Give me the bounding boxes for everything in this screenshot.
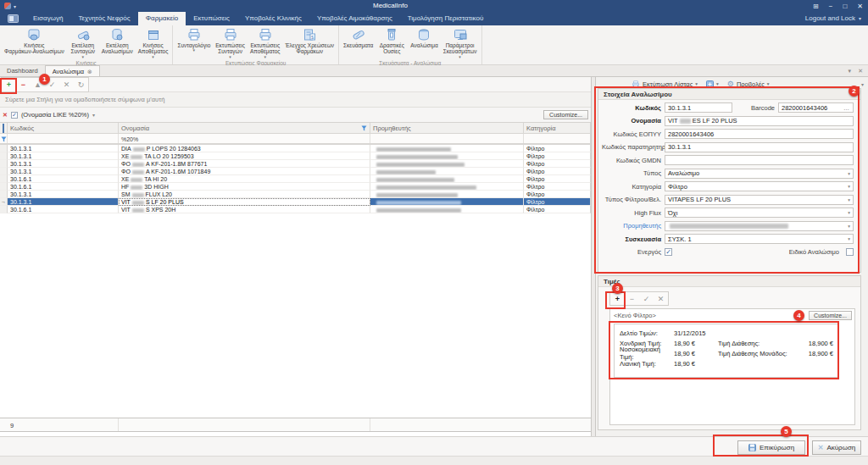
group-by-panel[interactable]: Σύρετε μια Στήλη για να ομαδοποιήσετε σύ… xyxy=(0,92,591,108)
fullscreen-button[interactable]: ⊞ xyxy=(813,3,819,10)
analosima-button[interactable]: Αναλώσιμα xyxy=(408,26,440,49)
filter-expression[interactable]: (Ονομασία LIKE %20%) xyxy=(21,111,89,119)
cell-supplier[interactable] xyxy=(370,175,524,183)
delete-record-button[interactable]: − xyxy=(16,78,31,91)
ektelesi-syntagon-button[interactable]: Εκτέλεση Συνταγών ▾ xyxy=(67,26,99,59)
highflux-combobox[interactable]: Όχι▾ xyxy=(665,208,854,218)
print-list-button[interactable]: Εκτύπωση Λίστας ▾ xyxy=(632,80,698,88)
cell-name[interactable]: XETA HI 20 xyxy=(119,175,370,183)
refresh-button[interactable]: ↻ xyxy=(74,78,88,91)
special-consumable-checkbox[interactable] xyxy=(846,248,854,256)
cell-name[interactable]: ΦΟA KF-201-1.8M 877671 xyxy=(119,160,370,168)
cell-category[interactable]: Φίλτρο xyxy=(524,198,591,206)
kiniseis-farmakon-analosimon-button[interactable]: Κινήσεις Φαρμάκων-Αναλωσίμων xyxy=(2,26,67,56)
type-combobox[interactable]: Αναλώσιμο▾ xyxy=(665,169,854,179)
cell-code[interactable]: 30.1.6.1 xyxy=(8,206,119,213)
cell-category[interactable]: Φίλτρο xyxy=(524,206,591,213)
export-button[interactable]: ▾ xyxy=(706,80,719,88)
supplier-link-label[interactable]: Προμηθευτής xyxy=(602,222,661,230)
barcode-input[interactable]: 2820001643406… xyxy=(778,102,854,113)
quick-access-caret-icon[interactable]: ▾ xyxy=(14,3,16,9)
category-combobox[interactable]: Φίλτρο▾ xyxy=(665,181,854,191)
combo-caret-icon[interactable]: ▾ xyxy=(848,171,850,176)
cell-supplier[interactable] xyxy=(370,152,524,160)
drastikes-ousies-button[interactable]: Δραστικές Ουσίες xyxy=(376,26,408,56)
cell-category[interactable]: Φίλτρο xyxy=(524,175,591,183)
ektyposeis-syntagon-button[interactable]: Εκτυπώσεις Συνταγών ▾ xyxy=(213,26,248,59)
table-row-selected[interactable]: → 30.1.3.1 VITS LF 20 PLUS Φίλτρο xyxy=(0,198,591,206)
quick-access-toolbar[interactable]: ▾ xyxy=(0,3,16,9)
cell-name[interactable]: HF3D HIGH xyxy=(119,183,370,191)
table-row[interactable]: 30.1.3.1 DIAP LOPS 20 1284063 Φίλτρο xyxy=(0,145,591,152)
cell-name-focused[interactable]: VITS LF 20 PLUS xyxy=(119,198,370,206)
tab-ypovoles-klinikis[interactable]: Υποβολές Κλινικής xyxy=(237,12,309,25)
skeyasmata-button[interactable]: Σκευάσματα xyxy=(341,26,376,49)
auto-filter-name-cell[interactable]: %20% xyxy=(119,134,370,143)
add-price-button[interactable]: + xyxy=(610,292,625,305)
kiniseis-apothematos-button[interactable]: Κινήσεις Αποθέματος ▾ xyxy=(136,26,171,59)
name-input[interactable]: VITES LF 20 PLUS xyxy=(665,116,854,126)
select-all-cell[interactable] xyxy=(0,123,8,133)
filter-caret-icon[interactable]: ▾ xyxy=(92,112,95,118)
cell-supplier[interactable] xyxy=(370,191,524,198)
column-header-katigoria[interactable]: Κατηγορία xyxy=(524,123,591,133)
parametroi-skeyasmaton-button[interactable]: Παράμετροι Σκευασμάτων ▾ xyxy=(441,26,480,59)
table-row[interactable]: 30.1.6.1 VITS XPS 20H Φίλτρο xyxy=(0,206,591,213)
package-combobox[interactable]: ΣΥΣΚ. 1▾ xyxy=(665,234,854,244)
cell-supplier[interactable] xyxy=(370,206,524,213)
minimize-button[interactable]: − xyxy=(829,3,833,10)
column-header-kodikos[interactable]: Κωδικός xyxy=(8,123,119,133)
tab-ypovoles-aimokatharsis[interactable]: Υποβολές Αιμοκάθαρσης xyxy=(309,12,400,25)
cell-supplier[interactable] xyxy=(370,183,524,191)
commit-price-button[interactable]: ✓ xyxy=(639,292,654,305)
table-row[interactable]: 30.1.3.1 ΦΟA KF-201-1.8M 877671 Φίλτρο xyxy=(0,160,591,168)
cell-code[interactable]: 30.1.3.1 xyxy=(8,145,119,152)
toolbar-overflow-caret-icon[interactable]: ▾ xyxy=(861,81,868,87)
cell-supplier[interactable] xyxy=(370,168,524,175)
auto-filter-code-cell[interactable] xyxy=(8,134,119,143)
eopyy-input[interactable]: 2820001643406 xyxy=(665,129,854,139)
tab-eisagogi[interactable]: Εισαγωγή xyxy=(25,12,70,25)
prices-customize-button[interactable]: Customize... xyxy=(809,311,852,320)
auto-filter-category-cell[interactable] xyxy=(524,134,591,143)
cell-code[interactable]: 30.1.3.1 xyxy=(8,198,119,206)
combo-caret-icon[interactable]: ▾ xyxy=(848,197,850,202)
doc-tab-dashboard[interactable]: Dashboard xyxy=(0,65,45,76)
cell-name[interactable]: DIAP LOPS 20 1284063 xyxy=(119,145,370,152)
dock-close-icon[interactable]: ✕ xyxy=(858,68,863,75)
price-record-card[interactable]: Δελτίο Τιμών: 31/12/2015 Χονδρική Τιμή: … xyxy=(614,324,839,378)
cell-supplier[interactable] xyxy=(370,198,524,206)
filter-type-combobox[interactable]: VITAPES LF 20 PLUS▾ xyxy=(665,195,854,205)
cell-name[interactable]: XETA LO 20 1259503 xyxy=(119,152,370,160)
cell-name[interactable]: VITS XPS 20H xyxy=(119,206,370,213)
cell-code[interactable]: 30.1.6.1 xyxy=(8,183,119,191)
cell-category[interactable]: Φίλτρο xyxy=(524,145,591,152)
tab-timologisi-peristatikou[interactable]: Τιμολόγηση Περιστατικού xyxy=(400,12,492,25)
table-row[interactable]: 30.1.3.1 XETA LO 20 1259503 Φίλτρο xyxy=(0,152,591,160)
add-record-button[interactable]: + xyxy=(2,78,16,91)
gmdn-input[interactable] xyxy=(665,155,854,165)
prices-empty-filter[interactable]: <Κενό Φίλτρο> xyxy=(614,312,656,319)
column-header-promitheytis[interactable]: Προμηθευτής xyxy=(370,123,524,133)
cell-category[interactable]: Φίλτρο xyxy=(524,152,591,160)
ektyposeis-apothematos-button[interactable]: Εκτυπώσεις Αποθέματος ▾ xyxy=(248,26,283,59)
cancel-edit-button[interactable]: ✕ xyxy=(59,78,74,91)
tab-farmakeio[interactable]: Φαρμακείο xyxy=(138,12,186,25)
column-header-onomasia[interactable]: Ονομασία xyxy=(119,123,370,133)
syntagologio-button[interactable]: Συνταγολόγιο ▾ xyxy=(175,26,213,53)
table-row[interactable]: 30.1.6.1 XETA HI 20 Φίλτρο xyxy=(0,175,591,183)
views-button[interactable]: ⚙ Προβολές ▾ xyxy=(727,80,770,88)
registry-input[interactable]: 30.1.3.1 xyxy=(665,142,854,152)
cell-name[interactable]: ΦΟA KF-201-1.6M 1071849 xyxy=(119,168,370,175)
doc-tab-analosima[interactable]: Αναλώσιμα ⊗ xyxy=(45,65,100,76)
logout-and-lock-button[interactable]: Logout and Lock ▾ xyxy=(805,12,868,25)
cell-code[interactable]: 30.1.3.1 xyxy=(8,160,119,168)
auto-filter-supplier-cell[interactable] xyxy=(370,134,524,143)
confirm-button[interactable]: Επικύρωση xyxy=(737,440,805,455)
table-row[interactable]: 30.1.3.1 SMFLUX L20 Φίλτρο xyxy=(0,191,591,198)
cell-category[interactable]: Φίλτρο xyxy=(524,191,591,198)
dock-pin-icon[interactable]: ▾ xyxy=(849,68,852,75)
elegxos-xreoseon-farmakon-button[interactable]: $ Έλεγχος Χρεώσεων Φαρμάκων xyxy=(283,26,337,56)
clear-filter-icon[interactable]: ✕ xyxy=(3,112,8,119)
cell-code[interactable]: 30.1.3.1 xyxy=(8,191,119,198)
